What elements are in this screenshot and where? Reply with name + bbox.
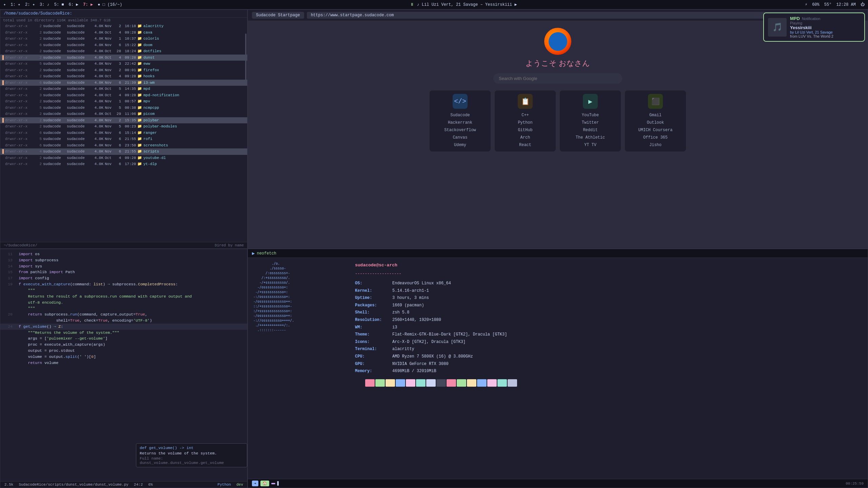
code-line: shell=True, check=True, encoding='UTF-8'… <box>0 318 247 324</box>
startpage-content: ようこそ おなさん </>SudacodeHackerrankStackover… <box>248 21 868 243</box>
list-item[interactable]: drwxr-xr-x 5 sudacode sudacode 4.0K Nov … <box>0 136 247 142</box>
bookmark-link[interactable]: YT TV <box>563 142 617 148</box>
bookmark-link[interactable]: The Athletic <box>563 135 617 141</box>
scroll-indicator[interactable] <box>245 34 246 81</box>
bookmark-link[interactable]: Hackerrank <box>433 120 487 126</box>
bookmark-link[interactable]: Gmail <box>628 112 683 118</box>
code-line: output = proc.stdout <box>0 348 247 354</box>
list-item[interactable]: drwxr-xr-x 2 sudacode sudacode 4.0K Nov … <box>0 98 247 105</box>
editor-statusbar: 2.5k SudacodeRice/scripts/dunst_volume/d… <box>0 481 247 488</box>
battery-icon: ⚡ <box>805 2 807 7</box>
browser-pane: 🎵 MPD Notification Playing Yessirskiii b… <box>248 9 868 249</box>
color-swatch <box>396 379 405 387</box>
color-swatch <box>436 379 446 387</box>
bookmark-link[interactable]: React <box>498 142 552 148</box>
color-swatch <box>487 379 497 387</box>
list-item[interactable]: drwxr-xr-x 2 sudacode sudacode 4.0K Oct … <box>0 155 247 161</box>
notif-playing-label: Playing <box>790 21 860 25</box>
system-info: sudacode@sc-arch ------------------- OS:… <box>355 261 862 471</box>
list-item[interactable]: drwxr-xr-x 2 sudacode sudacode 4.0K Oct … <box>0 55 247 61</box>
code-line: """ <box>0 305 247 311</box>
mpd-notification: 🎵 MPD Notification Playing Yessirskiii b… <box>763 13 865 42</box>
notif-artist: by Lil Uzi Vert, 21 Savage <box>790 30 860 34</box>
workspace-7[interactable]: 7: ▶ <box>83 2 93 7</box>
bookmark-link[interactable]: Arch <box>498 135 552 141</box>
search-bar[interactable] <box>493 73 622 84</box>
notif-song: Yessirskiii <box>790 25 860 30</box>
list-item[interactable]: drwxr-xr-x 2 sudacode sudacode 4.0K Nov … <box>0 67 247 74</box>
list-item[interactable]: drwxr-xr-x 2 sudacode sudacode 4.0K Nov … <box>0 36 247 42</box>
terminal-header: ▶ neofetch <box>248 249 868 258</box>
firefox-logo <box>544 28 571 55</box>
separator: ------------------- <box>355 270 862 278</box>
list-item[interactable]: drwxr-xr-x 2 sudacode sudacode 4.0K Oct … <box>0 48 247 55</box>
list-item[interactable]: drwxr-xr-x 5 sudacode sudacode 4.0K Nov … <box>0 61 247 67</box>
bookmark-grid: </>SudacodeHackerrankStackoverflowCanvas… <box>255 90 861 151</box>
bookmark-link[interactable]: UMICH Coursera <box>628 127 683 133</box>
list-item[interactable]: drwxr-xr-x 2 sudacode sudacode 4.0K Nov … <box>0 161 247 167</box>
list-item[interactable]: drwxr-xr-x 4 sudacode sudacode 4.0K Nov … <box>0 148 247 155</box>
main-layout: /home/sudacode/SudacodeRice: total used … <box>0 9 868 488</box>
file-path-status: SudacodeRice/scripts/dunst_volume/dunst_… <box>19 483 128 487</box>
sysinfo-uptime: Uptime: 3 hours, 3 mins <box>355 294 862 302</box>
bookmark-link[interactable]: Office 365 <box>628 135 683 141</box>
color-swatch <box>416 379 426 387</box>
list-item[interactable]: drwxr-xr-x 3 sudacode sudacode 4.0K Oct … <box>0 92 247 99</box>
workspace-3[interactable]: 3: ♪ <box>40 2 50 7</box>
color-swatch <box>467 379 476 387</box>
bookmark-link[interactable]: GitHub <box>498 127 552 133</box>
browser-tab[interactable]: Sudacode Startpage <box>252 12 304 19</box>
list-item[interactable]: drwxr-xr-x 6 sudacode sudacode 4.0K Nov … <box>0 142 247 149</box>
bookmark-link[interactable]: YouTube <box>563 112 617 118</box>
workspace-6[interactable]: 6: ▶ <box>69 2 79 7</box>
scroll-percent: 6% <box>148 483 153 487</box>
search-input[interactable] <box>499 76 617 81</box>
sysinfo-theme: Theme: Flat-Remix-GTK-Blue-Dark [GTK2], … <box>355 331 862 339</box>
bookmark-link[interactable]: Sudacode <box>433 112 487 118</box>
list-item[interactable]: drwxr-xr-x 5 sudacode sudacode 4.0K Nov … <box>0 105 247 111</box>
bookmark-link[interactable]: Twitter <box>563 120 617 126</box>
current-path: /home/sudacode/SudacodeRice: <box>4 11 72 16</box>
list-item[interactable]: drwxr-xr-x 2 sudacode sudacode 4.0K Nov … <box>0 23 247 29</box>
language-badge: Python <box>218 483 231 487</box>
sysinfo-terminal: Terminal: alacritty <box>355 346 862 353</box>
list-item[interactable]: drwxr-xr-x 2 sudacode sudacode 4.0K Nov … <box>0 123 247 130</box>
list-item[interactable]: drwxr-xr-x 6 sudacode sudacode 4.0K Nov … <box>0 130 247 136</box>
color-swatch <box>406 379 415 387</box>
color-swatch <box>477 379 487 387</box>
notification-text: MPD Notification Playing Yessirskiii by … <box>790 16 860 38</box>
bookmark-column: ▶YouTubeTwitterRedditThe AthleticYT TV <box>560 90 621 151</box>
tooltip-fullname: Full name: dunst_volume.dunst_volume.get… <box>140 456 243 465</box>
clock: 12:28 AM <box>836 2 856 7</box>
code-line: 14import sys <box>0 263 247 269</box>
sysinfo-icons: Icons: Arc-X-D [GTK2], Dracula [GTK3] <box>355 339 862 346</box>
bookmark-link[interactable]: Python <box>498 120 552 126</box>
bookmark-link[interactable]: Canvas <box>433 135 487 141</box>
list-item[interactable]: drwxr-xr-x 2 sudacode sudacode 4.0K Nov … <box>0 117 247 124</box>
bookmark-link[interactable]: Udemy <box>433 142 487 148</box>
code-line: 24f get_volume() → Z: <box>0 324 247 330</box>
list-item[interactable]: drwxr-xr-x 6 sudacode sudacode 4.0K Nov … <box>0 42 247 48</box>
workspace-2[interactable]: 2: ✦ <box>25 2 35 7</box>
bookmark-link[interactable]: Stackoverflow <box>433 127 487 133</box>
list-item[interactable]: drwxr-xr-x 2 sudacode sudacode 4.0K Oct … <box>0 86 247 92</box>
bookmark-link[interactable]: Outlook <box>628 120 683 126</box>
power-icon[interactable]: ⏻ <box>861 2 865 7</box>
notif-title: MPD <box>790 16 800 21</box>
sysinfo-shell: Shell: zsh 5.8 <box>355 309 862 317</box>
color-swatch <box>457 379 466 387</box>
bookmark-link[interactable]: C++ <box>498 112 552 118</box>
list-item[interactable]: drwxr-xr-x 2 sudacode sudacode 4.0K Oct … <box>0 29 247 36</box>
list-item[interactable]: drwxr-xr-x 6 sudacode sudacode 4.0K Nov … <box>0 80 247 86</box>
battery-level: 60% <box>812 2 820 7</box>
code-line: """ <box>0 287 247 293</box>
workspace-5[interactable]: 5: ■ <box>54 2 64 7</box>
workspace-1[interactable]: 1: ✦ <box>11 2 20 7</box>
terminal-pane: ▶ neofetch ./o. ./sssso- /:osssssss+- /:… <box>248 249 868 488</box>
color-swatch <box>508 379 517 387</box>
bookmark-icon-note: 📋 <box>518 94 533 109</box>
bookmark-link[interactable]: Reddit <box>563 127 617 133</box>
list-item[interactable]: drwxr-xr-x 2 sudacode sudacode 4.0K Oct … <box>0 111 247 117</box>
bookmark-link[interactable]: Jisho <box>628 142 683 148</box>
list-item[interactable]: drwxr-xr-x 2 sudacode sudacode 4.0K Oct … <box>0 73 247 80</box>
